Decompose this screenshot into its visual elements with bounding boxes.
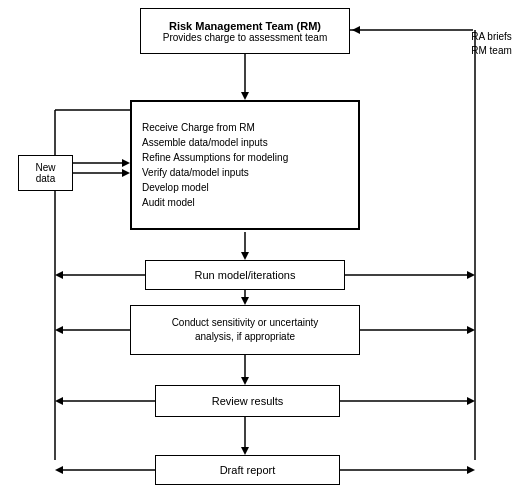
svg-marker-21	[467, 326, 475, 334]
draft-report-label: Draft report	[220, 464, 276, 476]
new-data-box: New data	[18, 155, 73, 191]
main-process-list: Receive Charge from RM Assemble data/mod…	[142, 120, 288, 210]
run-model-label: Run model/iterations	[195, 269, 296, 281]
ra-briefs-label: RA briefsRM team	[464, 30, 519, 58]
review-results-box: Review results	[155, 385, 340, 417]
svg-marker-7	[122, 159, 130, 167]
main-line-5: Develop model	[142, 180, 288, 195]
svg-marker-11	[241, 252, 249, 260]
svg-marker-15	[467, 271, 475, 279]
arrows-svg	[0, 0, 527, 504]
svg-marker-29	[241, 447, 249, 455]
sensitivity-box: Conduct sensitivity or uncertaintyanalys…	[130, 305, 360, 355]
main-process-box: Receive Charge from RM Assemble data/mod…	[130, 100, 360, 230]
main-line-2: Assemble data/model inputs	[142, 135, 288, 150]
main-line-1: Receive Charge from RM	[142, 120, 288, 135]
sensitivity-label: Conduct sensitivity or uncertaintyanalys…	[172, 316, 319, 344]
svg-marker-17	[241, 297, 249, 305]
svg-marker-13	[55, 271, 63, 279]
svg-marker-31	[55, 466, 63, 474]
svg-marker-27	[467, 397, 475, 405]
rm-team-box: Risk Management Team (RM) Provides charg…	[140, 8, 350, 54]
svg-marker-33	[467, 466, 475, 474]
review-results-label: Review results	[212, 395, 284, 407]
new-data-label: New data	[35, 162, 55, 184]
svg-marker-25	[55, 397, 63, 405]
svg-marker-4	[352, 26, 360, 34]
diagram-container: Risk Management Team (RM) Provides charg…	[0, 0, 527, 504]
rm-team-title: Risk Management Team (RM)	[169, 20, 321, 32]
svg-marker-23	[241, 377, 249, 385]
svg-marker-1	[241, 92, 249, 100]
run-model-box: Run model/iterations	[145, 260, 345, 290]
svg-marker-19	[55, 326, 63, 334]
main-line-3: Refine Assumptions for modeling	[142, 150, 288, 165]
main-line-6: Audit model	[142, 195, 288, 210]
main-line-4: Verify data/model inputs	[142, 165, 288, 180]
draft-report-box: Draft report	[155, 455, 340, 485]
svg-marker-9	[122, 169, 130, 177]
rm-team-subtitle: Provides charge to assessment team	[163, 32, 328, 43]
